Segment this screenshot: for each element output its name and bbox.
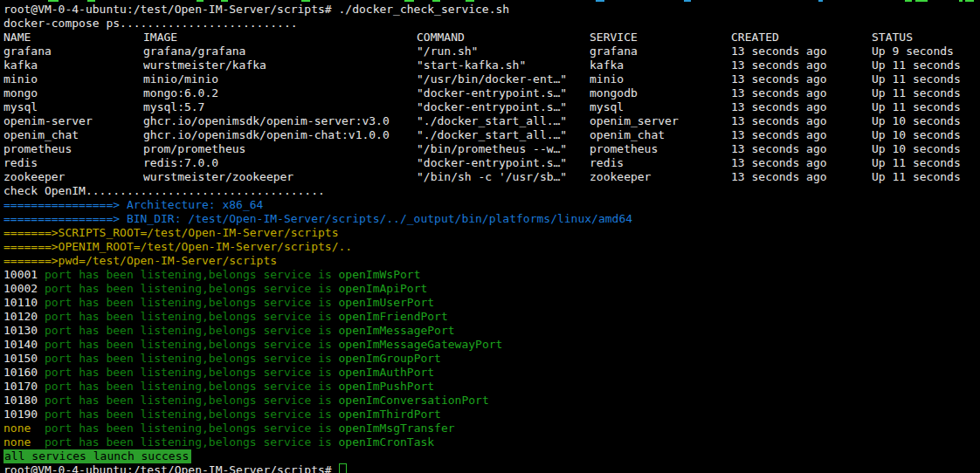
cell-created: 13 seconds ago — [731, 86, 872, 100]
cell-command: "/bin/sh -c '/usr/sb…" — [417, 170, 590, 184]
cell-status: Up 11 seconds — [872, 86, 980, 100]
port-message: port has been listening,belongs service … — [45, 435, 339, 449]
port-check-line: 10110 port has been listening,belongs se… — [3, 296, 980, 310]
port-message: port has been listening,belongs service … — [45, 296, 339, 310]
column-header-created: CREATED — [731, 31, 872, 45]
cell-service: openim_server — [590, 114, 731, 128]
cell-command: "./docker_start_all.…" — [417, 114, 590, 128]
port-service-name: openImCronTask — [339, 435, 435, 449]
port-service-name: openImConversationPort — [339, 394, 489, 408]
cell-image: minio/minio — [143, 72, 417, 86]
cell-status: Up 9 seconds — [872, 45, 980, 58]
scripts-root-line: =======>SCRIPTS_ROOT=/test/Open-IM-Serve… — [3, 226, 980, 240]
terminal-cursor — [339, 463, 347, 473]
port-check-line: 10160 port has been listening,belongs se… — [3, 366, 980, 380]
port-message: port has been listening,belongs service … — [45, 310, 339, 324]
port-number: 10002 — [3, 282, 45, 296]
port-service-name: openImWsPort — [339, 268, 421, 282]
column-header-service: SERVICE — [590, 31, 731, 45]
prompt-line-1: root@VM-0-4-ubuntu:/test/Open-IM-Server/… — [3, 3, 980, 17]
table-row: redis redis:7.0.0 "docker-entrypoint.s…"… — [3, 156, 980, 170]
cell-image: wurstmeister/zookeeper — [143, 170, 417, 184]
port-check-list: 10001 port has been listening,belongs se… — [3, 268, 980, 449]
cell-name: kafka — [3, 58, 143, 72]
port-number: 10170 — [3, 380, 45, 394]
port-check-line: 10190 port has been listening,belongs se… — [3, 408, 980, 422]
cell-image: mongo:6.0.2 — [143, 86, 417, 100]
table-row: zookeeper wurstmeister/zookeeper "/bin/s… — [3, 170, 980, 184]
cell-service: zookeeper — [590, 170, 731, 184]
success-line: all services launch success — [3, 449, 980, 463]
port-number: 10190 — [3, 408, 45, 422]
cell-image: grafana/grafana — [143, 45, 417, 58]
table-row: openim_chat ghcr.io/openimsdk/openim-cha… — [3, 128, 980, 142]
container-table-body: grafana grafana/grafana "/run.sh" grafan… — [3, 45, 980, 184]
cell-service: prometheus — [590, 142, 731, 156]
port-service-name: openImMessageGatewayPort — [339, 338, 503, 352]
cell-command: "/run.sh" — [417, 45, 590, 58]
port-service-name: openImAuthPort — [339, 366, 435, 380]
cell-name: prometheus — [3, 142, 143, 156]
cell-service: mysql — [590, 100, 731, 114]
port-message: port has been listening,belongs service … — [45, 366, 339, 380]
cell-service: mongodb — [590, 86, 731, 100]
terminal-window: root@VM-0-4-ubuntu:/test/Open-IM-Server/… — [0, 0, 980, 473]
cell-service: kafka — [590, 58, 731, 72]
port-message: port has been listening,belongs service … — [45, 282, 339, 296]
column-header-image: IMAGE — [143, 31, 417, 45]
cell-service: openim_chat — [590, 128, 731, 142]
port-message: port has been listening,belongs service … — [45, 422, 339, 435]
cell-status: Up 10 seconds — [872, 142, 980, 156]
cell-image: prom/prometheus — [143, 142, 417, 156]
prompt-text: root@VM-0-4-ubuntu:/test/Open-IM-Server/… — [3, 463, 339, 473]
cell-name: openim_chat — [3, 128, 143, 142]
architecture-line: ================> Architecture: x86_64 — [3, 198, 980, 212]
table-row: grafana grafana/grafana "/run.sh" grafan… — [3, 45, 980, 58]
port-number: 10130 — [3, 324, 45, 338]
cell-created: 13 seconds ago — [731, 45, 872, 58]
port-check-line: 10170 port has been listening,belongs se… — [3, 380, 980, 394]
table-row: minio minio/minio "/usr/bin/docker-ent…"… — [3, 72, 980, 86]
column-header-command: COMMAND — [417, 31, 590, 45]
column-header-name: NAME — [3, 31, 143, 45]
cell-status: Up 11 seconds — [872, 58, 980, 72]
cell-created: 13 seconds ago — [731, 72, 872, 86]
table-row: mysql mysql:5.7 "docker-entrypoint.s…" m… — [3, 100, 980, 114]
port-check-line: 10001 port has been listening,belongs se… — [3, 268, 980, 282]
port-message: port has been listening,belongs service … — [45, 394, 339, 408]
cell-image: ghcr.io/openimsdk/openim-server:v3.0 — [143, 114, 417, 128]
cell-command: "docker-entrypoint.s…" — [417, 100, 590, 114]
cell-created: 13 seconds ago — [731, 156, 872, 170]
port-service-name: openImUserPort — [339, 296, 435, 310]
cell-command: "docker-entrypoint.s…" — [417, 156, 590, 170]
compose-ps-line: docker-compose ps.......................… — [3, 17, 980, 31]
cell-image: ghcr.io/openimsdk/openim-chat:v1.0.0 — [143, 128, 417, 142]
check-openim-line: check OpenIM............................… — [3, 184, 980, 198]
port-message: port has been listening,belongs service … — [45, 408, 339, 422]
port-check-line: 10130 port has been listening,belongs se… — [3, 324, 980, 338]
port-service-name: openImPushPort — [339, 380, 435, 394]
cell-created: 13 seconds ago — [731, 114, 872, 128]
port-message: port has been listening,belongs service … — [45, 268, 339, 282]
cell-command: "start-kafka.sh" — [417, 58, 590, 72]
cell-created: 13 seconds ago — [731, 100, 872, 114]
cell-image: redis:7.0.0 — [143, 156, 417, 170]
port-check-line: none port has been listening,belongs ser… — [3, 435, 980, 449]
openim-root-line: =======>OPENIM_ROOT=/test/Open-IM-Server… — [3, 240, 980, 254]
port-service-name: openImApiPort — [339, 282, 428, 296]
port-service-name: openImThirdPort — [339, 408, 441, 422]
cell-status: Up 11 seconds — [872, 72, 980, 86]
port-number: 10180 — [3, 394, 45, 408]
cell-status: Up 10 seconds — [872, 128, 980, 142]
prompt-command-text: root@VM-0-4-ubuntu:/test/Open-IM-Server/… — [3, 3, 509, 16]
column-header-status: STATUS — [872, 31, 980, 45]
cell-service: redis — [590, 156, 731, 170]
cell-name: redis — [3, 156, 143, 170]
port-number: 10001 — [3, 268, 45, 282]
cell-created: 13 seconds ago — [731, 142, 872, 156]
cell-service: minio — [590, 72, 731, 86]
port-message: port has been listening,belongs service … — [45, 324, 339, 338]
cell-image: mysql:5.7 — [143, 100, 417, 114]
port-number: 10110 — [3, 296, 45, 310]
port-number: none — [3, 422, 45, 435]
